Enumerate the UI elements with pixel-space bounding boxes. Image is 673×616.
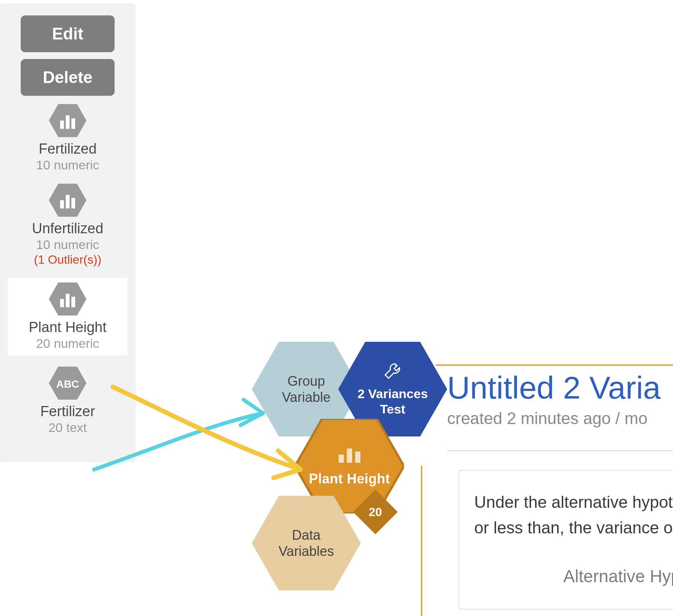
edit-button[interactable]: Edit — [21, 15, 115, 52]
divider — [447, 450, 673, 451]
svg-rect-18 — [347, 448, 352, 463]
hypothesis-box: Under the alternative hypothes or less t… — [458, 470, 673, 610]
svg-rect-19 — [355, 451, 360, 463]
chart-icon — [336, 445, 363, 468]
analysis-title[interactable]: Untitled 2 Varia — [447, 370, 673, 406]
chart-icon — [49, 184, 86, 217]
variable-type: 10 numeric — [8, 237, 127, 252]
variable-sidebar: Edit Delete Fertilized 10 numeric Unfert… — [0, 4, 135, 462]
hypothesis-subheading: Alternative Hyp — [474, 563, 673, 590]
variable-type: 10 numeric — [8, 158, 127, 172]
variable-outlier-warning: (1 Outlier(s)) — [8, 253, 127, 267]
hex-label: Data — [278, 527, 334, 543]
variable-type: 20 numeric — [8, 336, 127, 351]
svg-rect-2 — [66, 115, 70, 129]
variable-name: Plant Height — [8, 319, 127, 335]
svg-rect-10 — [66, 294, 70, 307]
svg-rect-7 — [71, 198, 75, 208]
hex-data-variables[interactable]: Data Variables — [252, 496, 361, 590]
abc-icon: ABC — [49, 367, 86, 400]
hex-label: Group — [282, 373, 330, 389]
variable-item[interactable]: ABC Fertilizer 20 text — [8, 367, 127, 435]
divider-line — [421, 466, 422, 616]
hex-label: Plant Height — [309, 471, 390, 487]
analysis-timestamp: created 2 minutes ago / mo — [447, 409, 673, 428]
hex-label: Test — [357, 402, 428, 417]
svg-rect-1 — [60, 121, 64, 129]
variable-type: 20 text — [8, 420, 127, 435]
hex-label: Variables — [278, 543, 334, 559]
hypothesis-text: Under the alternative hypothes — [474, 489, 673, 515]
delete-button[interactable]: Delete — [21, 59, 115, 96]
svg-text:ABC: ABC — [56, 378, 79, 390]
variable-item[interactable]: Unfertilized 10 numeric (1 Outlier(s)) — [8, 184, 127, 267]
analysis-panel: Untitled 2 Varia created 2 minutes ago /… — [436, 364, 673, 610]
svg-rect-11 — [71, 297, 75, 307]
wrench-icon — [384, 362, 402, 383]
svg-rect-5 — [60, 200, 64, 208]
chart-icon — [49, 282, 86, 316]
variable-name: Unfertilized — [8, 220, 127, 237]
hypothesis-text: or less than, the variance of po — [474, 515, 673, 541]
hex-label: 2 Variances — [357, 386, 428, 402]
svg-rect-6 — [66, 195, 70, 208]
svg-rect-17 — [339, 454, 344, 463]
svg-rect-9 — [60, 299, 64, 307]
svg-rect-3 — [71, 118, 75, 129]
variable-name: Fertilized — [8, 141, 127, 157]
variable-item[interactable]: Plant Height 20 numeric — [8, 278, 127, 355]
chart-icon — [49, 104, 86, 137]
variable-name: Fertilizer — [8, 403, 127, 420]
hex-label: Variable — [282, 389, 330, 405]
variable-item[interactable]: Fertilized 10 numeric — [8, 104, 127, 172]
